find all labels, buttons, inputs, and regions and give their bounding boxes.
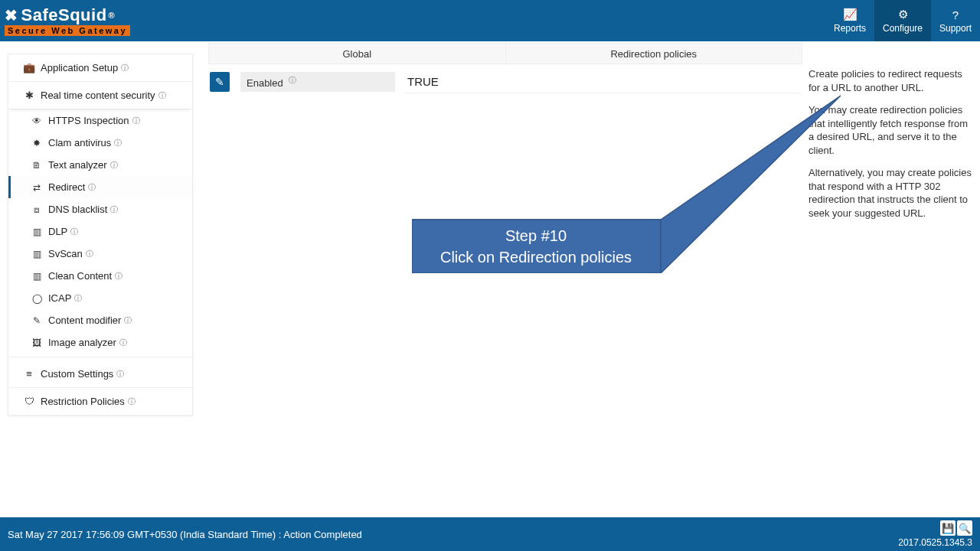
sliders-icon: ≡ [22, 368, 36, 380]
sidebar-item-label: HTTPS Inspection [48, 115, 129, 126]
svscan-icon: ▥ [30, 249, 44, 259]
info-icon: ⓘ [119, 337, 127, 348]
sidebar-group-application-setup[interactable]: 💼 Application Setup ⓘ [8, 54, 192, 82]
icap-icon: ◯ [30, 293, 44, 304]
sidebar-item-label: Content modifier [48, 315, 121, 326]
info-icon: ⓘ [74, 293, 82, 304]
sidebar-group-restriction-policies[interactable]: 🛡 Restriction Policies ⓘ [8, 388, 192, 415]
help-panel: Create policies to redirect requests for… [808, 67, 975, 229]
edit-button[interactable]: ✎ [210, 72, 230, 92]
search-button[interactable]: 🔍 [957, 520, 972, 536]
sidebar-item-https-inspection[interactable]: 👁HTTPS Inspectionⓘ [8, 109, 192, 132]
info-icon: ⓘ [115, 271, 122, 282]
briefcase-icon: 💼 [22, 62, 36, 73]
clam-antivirus-icon: ✸ [30, 138, 44, 148]
shield-icon: 🛡 [22, 396, 36, 407]
callout-line2: Click on Redirection policies [440, 249, 632, 266]
tab-label: Redirection policies [610, 48, 697, 60]
tab-redirection-policies[interactable]: Redirection policies [506, 44, 802, 64]
sidebar-item-label: Redirect [48, 181, 85, 193]
sidebar-item-icap[interactable]: ◯ICAPⓘ [8, 287, 192, 309]
sidebar-item-label: Clam antivirus [48, 137, 111, 148]
support-icon: ? [952, 8, 959, 21]
info-icon: ⓘ [132, 116, 140, 126]
sidebar-item-label: ICAP [48, 292, 71, 304]
search-icon: 🔍 [959, 523, 971, 534]
sidebar-item-label: SvScan [48, 248, 83, 259]
reports-icon: 📈 [843, 8, 858, 21]
tab-label: Global [342, 48, 371, 60]
nav-label: Configure [883, 23, 923, 34]
info-icon: ⓘ [128, 396, 136, 407]
image-analyzer-icon: 🖼 [30, 337, 44, 348]
info-icon: ⓘ [121, 63, 129, 73]
info-icon: ⓘ [114, 138, 122, 148]
callout: Step #10 Click on Redirection policies [412, 82, 841, 273]
sidebar-item-dns-blacklist[interactable]: ⧈DNS blacklistⓘ [8, 198, 192, 220]
nav-reports[interactable]: 📈 Reports [825, 0, 874, 41]
info-icon: ⓘ [70, 227, 78, 237]
info-icon: ⓘ [289, 76, 296, 84]
footer-version: 2017.0525.1345.3 [898, 537, 972, 548]
sidebar-item-redirect[interactable]: ⇄Redirectⓘ [8, 176, 192, 198]
save-icon: 💾 [942, 523, 954, 534]
sidebar-item-label: Text analyzer [48, 159, 107, 171]
svg-marker-0 [412, 96, 841, 273]
header-bar: ✖ SafeSquid ® Secure Web Gateway 📈 Repor… [0, 0, 980, 41]
sidebar-label: Restriction Policies [41, 396, 125, 407]
help-paragraph: You may create redirection policies that… [808, 103, 975, 157]
sidebar-item-dlp[interactable]: ▥DLPⓘ [8, 220, 192, 243]
logo: ✖ SafeSquid ® Secure Web Gateway [5, 5, 130, 36]
text-analyzer-icon: 🗎 [30, 160, 44, 171]
sidebar-item-svscan[interactable]: ▥SvScanⓘ [8, 243, 192, 265]
nav-label: Support [939, 23, 972, 34]
sidebar-label: Custom Settings [41, 368, 113, 380]
sidebar-group-realtime[interactable]: ✱ Real time content security ⓘ [8, 82, 192, 109]
nav-label: Reports [834, 23, 866, 34]
sidebar-label: Application Setup [41, 62, 118, 73]
sidebar-item-label: DNS blacklist [48, 204, 107, 215]
config-value: TRUE [406, 70, 801, 93]
nav-support[interactable]: ? Support [931, 0, 980, 41]
sidebar-group-custom-settings[interactable]: ≡ Custom Settings ⓘ [8, 360, 192, 388]
info-icon: ⓘ [116, 369, 124, 380]
logo-subtitle: Secure Web Gateway [5, 25, 130, 36]
save-button[interactable]: 💾 [940, 520, 956, 536]
info-icon: ⓘ [86, 249, 93, 259]
https-inspection-icon: 👁 [30, 116, 44, 126]
sidebar-item-clean-content[interactable]: ▥Clean Contentⓘ [8, 265, 192, 287]
sidebar-item-text-analyzer[interactable]: 🗎Text analyzerⓘ [8, 154, 192, 176]
nav-configure[interactable]: ⚙ Configure [874, 0, 931, 41]
sidebar: 💼 Application Setup ⓘ ✱ Real time conten… [8, 54, 193, 416]
header-nav: 📈 Reports ⚙ Configure ? Support [825, 0, 980, 41]
config-label-text: Enabled [247, 77, 283, 89]
footer: Sat May 27 2017 17:56:09 GMT+0530 (India… [0, 517, 980, 551]
sidebar-item-clam-antivirus[interactable]: ✸Clam antivirusⓘ [8, 132, 192, 154]
info-icon: ⓘ [110, 204, 118, 215]
info-icon: ⓘ [88, 182, 96, 193]
sidebar-item-label: DLP [48, 226, 67, 237]
content-modifier-icon: ✎ [30, 315, 44, 326]
edit-icon: ✎ [215, 76, 224, 88]
sidebar-item-label: Clean Content [48, 270, 112, 282]
info-icon: ⓘ [124, 315, 132, 326]
configure-icon: ⚙ [898, 8, 908, 21]
sidebar-item-image-analyzer[interactable]: 🖼Image analyzerⓘ [8, 331, 192, 354]
footer-status: Sat May 27 2017 17:56:09 GMT+0530 (India… [8, 529, 362, 540]
sidebar-item-content-modifier[interactable]: ✎Content modifierⓘ [8, 309, 192, 331]
tab-bar: Global Redirection policies [208, 43, 802, 64]
logo-icon: ✖ [5, 6, 18, 24]
sidebar-label: Real time content security [41, 90, 155, 101]
sidebar-sublist: 👁HTTPS Inspectionⓘ✸Clam antivirusⓘ🗎Text … [8, 109, 192, 354]
config-label: Enabled ⓘ [240, 72, 395, 92]
clean-content-icon: ▥ [30, 271, 44, 282]
help-paragraph: Create policies to redirect requests for… [808, 67, 975, 94]
info-icon: ⓘ [110, 160, 118, 171]
help-paragraph: Alternatively, you may create policies t… [808, 166, 975, 220]
dlp-icon: ▥ [30, 227, 44, 237]
dns-blacklist-icon: ⧈ [30, 204, 44, 215]
info-icon: ⓘ [158, 90, 166, 101]
config-row: ✎ Enabled ⓘ TRUE [210, 70, 801, 93]
logo-registered: ® [109, 11, 116, 20]
tab-global[interactable]: Global [209, 44, 506, 64]
